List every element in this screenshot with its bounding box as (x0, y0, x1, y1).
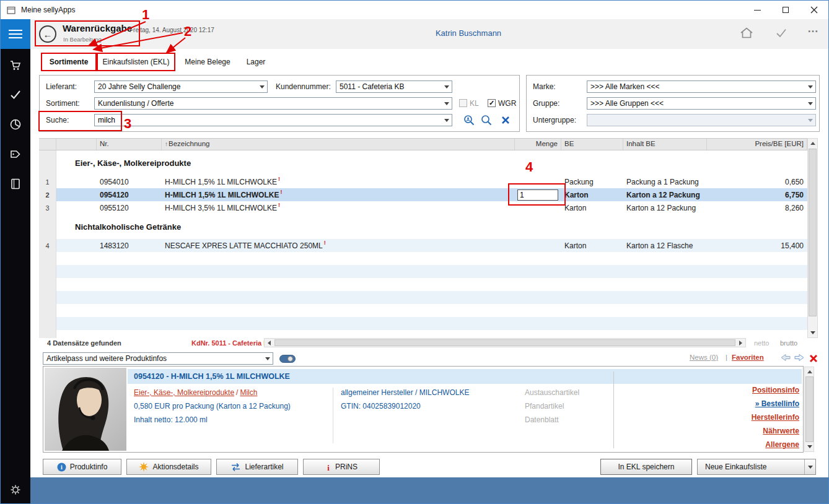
scrollbar-thumb[interactable] (274, 339, 735, 346)
scroll-right-button[interactable] (736, 339, 745, 347)
scroll-down-button[interactable] (808, 328, 817, 337)
close-infopanel-button[interactable] (809, 354, 818, 363)
neue-einkaufsliste-button[interactable]: Neue Einkaufsliste (697, 459, 816, 475)
product-gtin: GTIN: 04025839012020 (341, 402, 421, 411)
flag-pfandartikel: Pfandartikel (525, 402, 564, 411)
info-marker-icon: ! (324, 240, 326, 246)
window-title: Meine sellyApps (21, 6, 75, 14)
starburst-icon (139, 462, 149, 472)
wgr-label: WGR (498, 99, 516, 108)
current-user: Katrin Buschmann (419, 28, 518, 38)
lieferartikel-button[interactable]: Lieferartikel (216, 459, 298, 475)
confirm-button[interactable] (774, 26, 789, 41)
prev-article-button[interactable] (780, 353, 791, 362)
search-customer-button[interactable] (462, 113, 476, 127)
table-horizontal-scrollbar[interactable] (264, 338, 746, 347)
aktionsdetails-label: Aktionsdetails (152, 463, 198, 471)
menge-input[interactable] (517, 189, 558, 201)
netto-toggle[interactable]: netto (754, 339, 769, 347)
minimize-button[interactable] (743, 1, 771, 19)
gruppe-select[interactable]: >>> Alle Gruppen <<< (587, 97, 816, 110)
search-customer-icon (463, 114, 475, 126)
row-gutter (39, 252, 56, 265)
column-bezeichnung[interactable]: ↑Bezeichnung (162, 139, 515, 150)
table-vertical-scrollbar[interactable] (807, 138, 818, 338)
close-button[interactable] (800, 1, 828, 19)
tab-meine-belege[interactable]: Meine Belege (179, 54, 236, 70)
sidebar-item-settings[interactable] (1, 475, 30, 504)
empty-cells (56, 265, 807, 278)
aktionsdetails-button[interactable]: Aktionsdetails (126, 459, 211, 475)
column-nr[interactable]: Nr. (97, 139, 162, 150)
infopanel-select[interactable]: Artikelpass und weitere Produktinfos (43, 352, 273, 365)
search-input[interactable] (95, 116, 442, 124)
news-link[interactable]: News (0) (690, 354, 718, 361)
sidebar-item-promotions[interactable] (1, 139, 30, 169)
article-name: H-MILCH 1,5% 1L MILCHWOLKE! (162, 188, 515, 201)
group-title: Eier-, Käse-, Molkereiprodukte (56, 150, 807, 175)
kundennummer-select[interactable]: 5011 - Cafeteria KB (336, 80, 452, 93)
column-menge[interactable]: Menge (515, 139, 561, 150)
back-button[interactable]: ← (39, 25, 56, 43)
scroll-up-button[interactable] (805, 367, 814, 376)
more-options-button[interactable]: … (807, 22, 818, 35)
gruppe-label: Gruppe: (533, 99, 559, 108)
tab-lager[interactable]: Lager (242, 54, 270, 70)
marke-select[interactable]: >>> Alle Marken <<< (587, 80, 816, 93)
subcategory-link[interactable]: Milch (240, 388, 257, 397)
tab-einkaufslisten[interactable]: Einkaufslisten (EKL) (99, 54, 173, 70)
scrollbar-thumb[interactable] (809, 149, 817, 316)
column-be[interactable]: BE (561, 139, 623, 150)
sidebar (1, 19, 30, 504)
row-spacer (56, 239, 97, 252)
table-row[interactable]: 20954120H-MILCH 1,5% 1L MILCHWOLKE!Karto… (39, 188, 807, 201)
chevron-down-icon (805, 115, 815, 126)
scroll-left-button[interactable] (265, 339, 274, 347)
table-row[interactable]: 30955120H-MILCH 3,5% 1L MILCHWOLKE!Karto… (39, 201, 807, 214)
wgr-checkbox[interactable]: ✓ (488, 99, 496, 107)
search-button[interactable] (480, 113, 493, 127)
row-number: 2 (39, 188, 56, 201)
sidebar-item-statistics[interactable] (1, 110, 30, 139)
clear-search-button[interactable] (501, 115, 511, 125)
chevron-down-icon (257, 81, 267, 92)
divider (613, 371, 614, 448)
chevron-down-icon (805, 98, 815, 109)
hamburger-menu-button[interactable] (1, 19, 30, 49)
sidebar-item-catalog[interactable] (1, 169, 30, 199)
in-ekl-speichern-button[interactable]: In EKL speichern (600, 459, 692, 475)
table-row[interactable]: 41483120NESCAFE XPRES LATTE MACCHIATO 25… (39, 239, 807, 252)
sidebar-item-cart[interactable] (1, 50, 30, 80)
link-herstellerinfo[interactable]: Herstellerinfo (620, 413, 799, 422)
scroll-up-button[interactable] (808, 139, 817, 148)
column-preis[interactable]: Preis/BE [EUR] (707, 139, 807, 150)
brutto-toggle[interactable]: brutto (780, 339, 797, 347)
panel-vertical-scrollbar[interactable] (804, 367, 814, 452)
favoriten-link[interactable]: Favoriten (732, 354, 764, 361)
infopanel-toggle[interactable] (279, 355, 296, 363)
maximize-button[interactable] (771, 1, 800, 19)
sortiment-select[interactable]: Kundenlistung / Offerte (94, 97, 452, 110)
be-cell: Karton (561, 201, 623, 214)
prins-button[interactable]: i PRiNS (303, 459, 380, 475)
empty-row (39, 278, 807, 291)
link-positionsinfo[interactable]: Positionsinfo (620, 386, 799, 394)
untergruppe-label: Untergruppe: (533, 116, 576, 124)
scroll-down-button[interactable] (805, 442, 814, 451)
scrollbar-thumb[interactable] (805, 376, 814, 442)
link-naehrwerte[interactable]: Nährwerte (620, 427, 799, 435)
catalog-icon (9, 178, 22, 190)
sidebar-item-tasks[interactable] (1, 80, 30, 110)
lieferant-select[interactable]: 20 Jahre Selly Challenge (94, 80, 268, 93)
column-inhalt-be[interactable]: Inhalt BE (623, 139, 707, 150)
link-allergene[interactable]: Allergene (620, 440, 799, 449)
tab-sortimente[interactable]: Sortimente (43, 54, 95, 70)
table-row[interactable]: 10954010H-MILCH 1,5% 1L MILCHWOLKE!Packu… (39, 175, 807, 188)
kl-checkbox[interactable] (459, 99, 467, 107)
home-button[interactable] (739, 26, 754, 41)
link-bestellinfo[interactable]: » Bestellinfo (620, 399, 799, 408)
category-link[interactable]: Eier-, Käse-, Molkereiprodukte (134, 388, 234, 397)
row-gutter (39, 291, 56, 304)
produktinfo-button[interactable]: i Produktinfo (43, 459, 121, 475)
next-article-button[interactable] (794, 353, 805, 362)
